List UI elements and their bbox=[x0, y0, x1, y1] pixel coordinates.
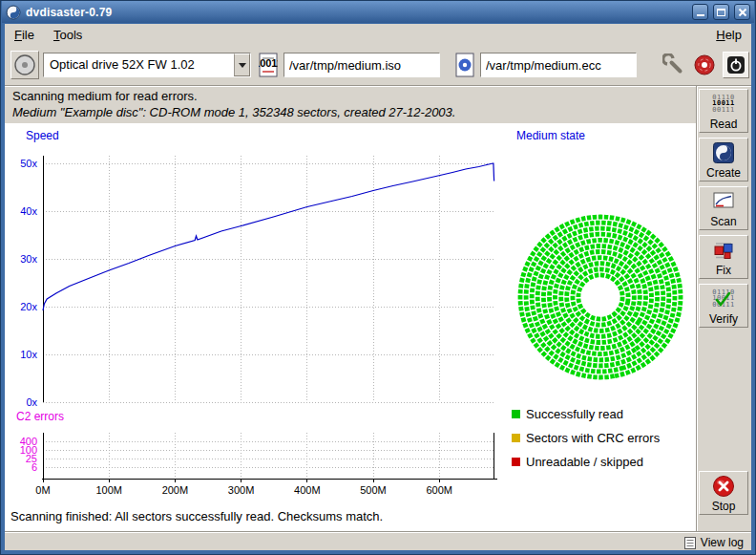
legend-swatch-green bbox=[512, 410, 520, 418]
iso-file-icon: 10011 bbox=[259, 53, 278, 80]
titlebar: dvdisaster-0.79 bbox=[2, 1, 754, 23]
menu-help[interactable]: Help bbox=[716, 28, 742, 42]
read-binary-icon: 01110 10011 00111 bbox=[712, 92, 735, 117]
legend-swatch-yellow bbox=[512, 434, 520, 442]
menu-tools[interactable]: Tools bbox=[53, 28, 82, 42]
verify-button[interactable]: 01110 10011 00111 Verify bbox=[699, 284, 748, 328]
svg-text:200M: 200M bbox=[162, 484, 189, 496]
view-log-button[interactable]: View log bbox=[684, 534, 744, 550]
svg-text:100M: 100M bbox=[95, 484, 122, 496]
drive-icon bbox=[12, 53, 37, 77]
view-log-label: View log bbox=[701, 536, 744, 549]
create-button[interactable]: Create bbox=[699, 138, 748, 181]
close-button[interactable] bbox=[734, 4, 750, 20]
c2-chart-title: C2 errors bbox=[16, 410, 64, 423]
help-button[interactable] bbox=[692, 52, 717, 78]
stop-button[interactable]: Stop bbox=[699, 471, 748, 515]
minimize-button[interactable] bbox=[692, 4, 708, 20]
legend-item-unreadable: Unreadable / skipped bbox=[512, 455, 643, 468]
close-icon bbox=[738, 8, 747, 17]
fix-button[interactable]: Fix bbox=[699, 235, 748, 279]
drive-button[interactable] bbox=[10, 51, 39, 79]
status-line-medium-info: Medium "Example disc": CD-ROM mode 1, 35… bbox=[12, 105, 455, 119]
legend-item-crc-errors: Sectors with CRC errors bbox=[512, 431, 660, 444]
menubar: File Tools Help bbox=[5, 24, 751, 45]
app-window: dvdisaster-0.79 File Tools Help bbox=[0, 0, 756, 555]
svg-text:300M: 300M bbox=[228, 484, 255, 496]
speed-chart: 0x10x20x30x40x50x bbox=[5, 142, 505, 408]
stop-icon bbox=[712, 474, 735, 499]
minimize-icon bbox=[697, 14, 704, 16]
svg-text:400M: 400M bbox=[294, 484, 321, 496]
medium-state-disc bbox=[511, 207, 690, 387]
svg-text:10x: 10x bbox=[20, 349, 37, 360]
drive-selector-value: Optical drive 52X FW 1.02 bbox=[44, 53, 234, 76]
sidebar-separator bbox=[696, 86, 698, 531]
toolbar: Optical drive 52X FW 1.02 10011 bbox=[5, 45, 751, 85]
maximize-icon bbox=[717, 9, 725, 16]
status-line-action: Scanning medium for read errors. bbox=[12, 89, 198, 103]
scan-graph-icon bbox=[713, 189, 734, 214]
legend-item-success: Successfully read bbox=[512, 407, 623, 420]
scan-result-text: Scanning finished: All sectors successfu… bbox=[10, 509, 383, 523]
window-title: dvdisaster-0.79 bbox=[26, 6, 112, 19]
svg-text:20x: 20x bbox=[20, 301, 37, 312]
legend-swatch-red bbox=[512, 458, 520, 466]
wrench-icon bbox=[662, 53, 685, 76]
maximize-button[interactable] bbox=[713, 4, 729, 20]
svg-text:500M: 500M bbox=[360, 484, 387, 496]
yin-yang-icon bbox=[713, 140, 734, 165]
svg-text:10011: 10011 bbox=[259, 57, 278, 69]
scan-button[interactable]: Scan bbox=[699, 186, 748, 230]
svg-text:600M: 600M bbox=[426, 484, 452, 496]
svg-text:40x: 40x bbox=[20, 205, 37, 217]
window-body: File Tools Help Optical drive 52X FW 1.0… bbox=[5, 24, 751, 550]
verify-check-icon: 01110 10011 00111 bbox=[712, 287, 735, 311]
toolbar-separator bbox=[5, 85, 751, 87]
red-disc-icon bbox=[693, 53, 716, 76]
read-button[interactable]: 01110 10011 00111 Read bbox=[699, 89, 748, 133]
ecc-file-icon bbox=[455, 53, 474, 80]
log-icon bbox=[684, 537, 696, 549]
chevron-down-icon bbox=[234, 53, 250, 76]
ecc-file-input[interactable] bbox=[480, 53, 637, 77]
svg-text:0M: 0M bbox=[35, 484, 50, 496]
power-icon bbox=[724, 53, 747, 76]
image-file-input[interactable] bbox=[284, 53, 440, 77]
drawing-area: Speed 0x10x20x30x40x50x C2 errors 0M100M… bbox=[5, 123, 696, 531]
svg-text:30x: 30x bbox=[20, 253, 37, 265]
fix-blocks-icon bbox=[713, 238, 734, 263]
speed-chart-title: Speed bbox=[26, 129, 59, 142]
preferences-button[interactable] bbox=[662, 52, 686, 78]
svg-text:0x: 0x bbox=[26, 396, 37, 408]
app-icon bbox=[6, 5, 21, 20]
quit-button[interactable] bbox=[723, 52, 749, 78]
svg-text:6: 6 bbox=[32, 461, 37, 473]
svg-text:50x: 50x bbox=[20, 158, 37, 169]
medium-state-title: Medium state bbox=[516, 129, 585, 142]
menu-file[interactable]: File bbox=[14, 28, 34, 42]
drive-selector[interactable]: Optical drive 52X FW 1.02 bbox=[43, 53, 251, 77]
footer-bar: View log bbox=[5, 533, 751, 550]
c2-errors-chart: 0M100M200M300M400M500M600M400100256 bbox=[5, 425, 505, 502]
